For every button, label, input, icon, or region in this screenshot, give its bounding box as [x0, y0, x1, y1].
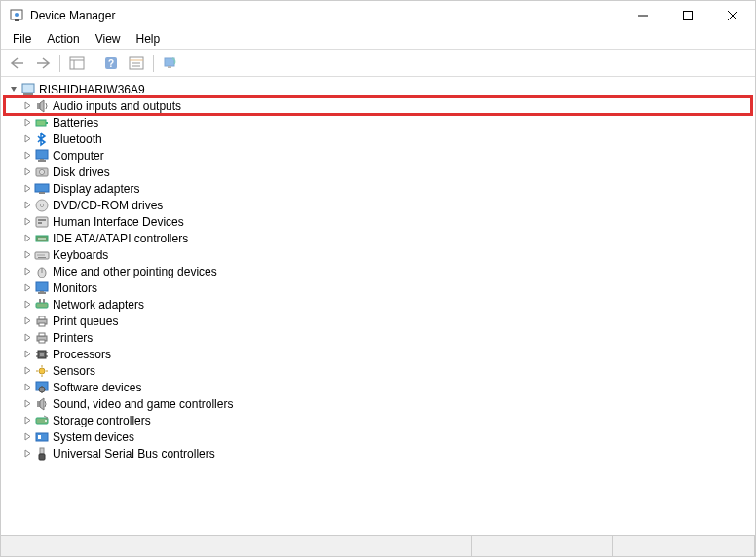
tree-item-mouse[interactable]: Mice and other pointing devices: [5, 263, 751, 279]
svg-rect-54: [39, 316, 45, 319]
show-hide-button[interactable]: [66, 53, 88, 74]
tree-item-label: Monitors: [53, 281, 97, 295]
minimize-button[interactable]: [621, 1, 665, 30]
tree-item-keyboard[interactable]: Keyboards: [5, 246, 751, 263]
tree-item-label: IDE ATA/ATAPI controllers: [53, 232, 188, 245]
properties-button[interactable]: [126, 53, 147, 74]
expand-icon[interactable]: [20, 265, 34, 278]
tree-item-sound[interactable]: Sound, video and game controllers: [5, 395, 751, 412]
tree-item-disk[interactable]: Disk drives: [5, 164, 751, 180]
svg-rect-24: [36, 150, 48, 159]
maximize-button[interactable]: [665, 1, 710, 30]
printer-icon: [34, 330, 50, 346]
help-button[interactable]: ?: [100, 53, 122, 74]
tree-item-monitor[interactable]: Computer: [5, 147, 751, 164]
tree-item-label: Sound, video and game controllers: [53, 397, 233, 411]
expand-icon[interactable]: [20, 116, 34, 130]
tree-item-label: Mice and other pointing devices: [53, 265, 217, 278]
expand-icon[interactable]: [20, 215, 34, 229]
usb-icon: [34, 446, 50, 462]
svg-point-43: [43, 254, 44, 255]
tree-item-cd[interactable]: DVD/CD-ROM drives: [5, 197, 751, 213]
close-button[interactable]: [710, 1, 755, 30]
tree-item-display[interactable]: Display adapters: [5, 180, 751, 197]
tree-item-label: Batteries: [53, 116, 98, 130]
forward-button[interactable]: [32, 53, 54, 74]
tree-item-label: Sensors: [53, 364, 95, 378]
expand-icon[interactable]: [20, 298, 34, 312]
tree-item-label: Audio inputs and outputs: [53, 99, 181, 113]
tree-item-label: Keyboards: [53, 248, 108, 262]
menu-file[interactable]: File: [5, 30, 39, 49]
expand-icon[interactable]: [20, 414, 34, 427]
tree-item-network[interactable]: Network adapters: [5, 296, 751, 313]
tree-item-battery[interactable]: Batteries: [5, 114, 751, 130]
tree-item-label: Processors: [53, 348, 111, 361]
svg-rect-50: [36, 303, 48, 308]
expand-icon[interactable]: [20, 331, 34, 345]
back-button[interactable]: [7, 53, 28, 74]
root-label: RISHIDHARIW36A9: [39, 83, 145, 96]
tree-item-cpu[interactable]: Processors: [5, 346, 751, 362]
svg-point-33: [41, 204, 44, 206]
expand-icon[interactable]: [20, 132, 34, 146]
tree-item-label: Display adapters: [53, 182, 139, 196]
expand-icon[interactable]: [20, 199, 34, 212]
expand-icon[interactable]: [20, 364, 34, 378]
svg-rect-52: [43, 299, 45, 303]
svg-rect-25: [40, 159, 44, 160]
ide-icon: [34, 231, 50, 246]
menu-view[interactable]: View: [88, 30, 129, 49]
expand-icon[interactable]: [20, 232, 34, 245]
monitor-icon: [34, 148, 50, 164]
menu-action[interactable]: Action: [39, 30, 87, 49]
bluetooth-icon: [34, 131, 50, 147]
expand-icon[interactable]: [20, 348, 34, 361]
expand-icon[interactable]: [20, 248, 34, 262]
menu-help[interactable]: Help: [129, 30, 169, 49]
tree-item-label: Software devices: [53, 381, 141, 394]
tree-item-system[interactable]: System devices: [5, 428, 751, 445]
tree-item-speaker[interactable]: Audio inputs and outputs: [5, 97, 751, 114]
software-icon: [34, 380, 50, 395]
tree-item-ide[interactable]: IDE ATA/ATAPI controllers: [5, 230, 751, 246]
expand-icon[interactable]: [20, 99, 34, 113]
expand-icon[interactable]: [20, 381, 34, 394]
expand-icon[interactable]: [20, 397, 34, 411]
svg-rect-78: [39, 454, 45, 460]
cpu-icon: [34, 347, 50, 362]
tree-item-printer[interactable]: Print queues: [5, 313, 751, 329]
tree-item-software[interactable]: Software devices: [5, 379, 751, 395]
storage-icon: [34, 413, 50, 428]
collapse-icon[interactable]: [7, 83, 20, 96]
tree-item-monitor[interactable]: Monitors: [5, 279, 751, 296]
expand-icon[interactable]: [20, 166, 34, 179]
sound-icon: [34, 396, 50, 412]
scan-button[interactable]: [160, 53, 181, 74]
computer-icon: [20, 82, 36, 97]
sensor-icon: [34, 363, 50, 379]
expand-icon[interactable]: [20, 315, 34, 328]
tree-item-bluetooth[interactable]: Bluetooth: [5, 130, 751, 147]
display-icon: [34, 181, 50, 197]
app-icon: [9, 8, 24, 23]
expand-icon[interactable]: [20, 182, 34, 196]
expand-icon[interactable]: [20, 149, 34, 163]
svg-point-29: [42, 171, 43, 172]
tree-item-storage[interactable]: Storage controllers: [5, 412, 751, 428]
cd-icon: [34, 198, 50, 213]
expand-icon[interactable]: [20, 447, 34, 461]
expand-icon[interactable]: [20, 281, 34, 295]
tree-item-label: Universal Serial Bus controllers: [53, 447, 215, 461]
device-tree: RISHIDHARIW36A9 Audio inputs and outputs…: [1, 77, 755, 535]
tree-item-sensor[interactable]: Sensors: [5, 362, 751, 379]
tree-item-printer[interactable]: Printers: [5, 329, 751, 346]
tree-item-hid[interactable]: Human Interface Devices: [5, 213, 751, 230]
battery-icon: [34, 115, 50, 130]
svg-rect-48: [40, 291, 44, 292]
tree-item-usb[interactable]: Universal Serial Bus controllers: [5, 445, 751, 462]
tree-root-node[interactable]: RISHIDHARIW36A9: [5, 81, 751, 97]
tree-item-label: System devices: [53, 430, 134, 444]
tree-item-label: Printers: [53, 331, 93, 345]
expand-icon[interactable]: [20, 430, 34, 444]
